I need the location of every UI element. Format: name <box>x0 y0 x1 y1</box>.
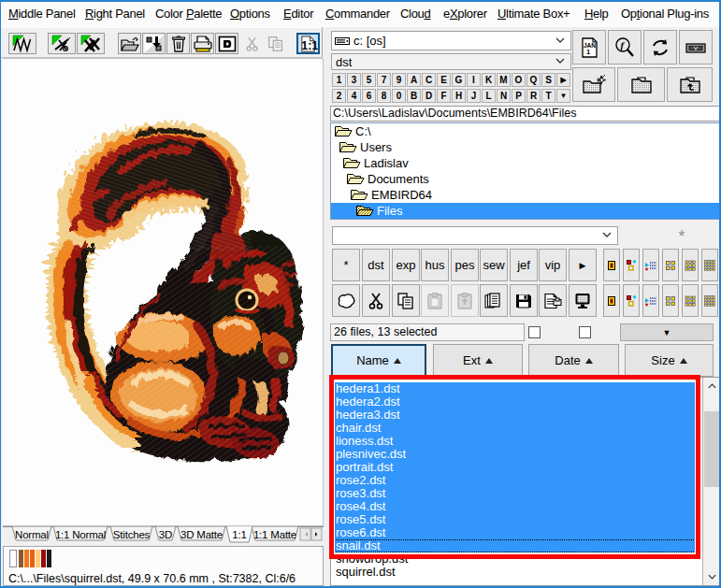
filter-all-button[interactable]: * <box>332 249 360 281</box>
cross-stitch-button[interactable] <box>77 33 105 54</box>
file-row[interactable]: rose5.dst <box>333 513 699 526</box>
key-L[interactable]: L <box>482 89 496 103</box>
key-B[interactable]: B <box>407 89 421 103</box>
key-7[interactable]: 7 <box>377 73 391 87</box>
file-row[interactable]: chair.dst <box>333 422 699 435</box>
sew-transfer-button[interactable] <box>142 33 166 54</box>
scroll-down-icon[interactable] <box>704 569 719 584</box>
needle-edit-button[interactable] <box>48 33 76 54</box>
tab-scroll-right-button[interactable] <box>311 528 322 540</box>
file-row[interactable]: hedera2.dst <box>333 395 699 409</box>
format-combobox[interactable]: dst <box>331 53 571 70</box>
tab-3d-matte[interactable]: 3D Matte <box>178 529 225 540</box>
multi-select-button[interactable] <box>480 284 508 317</box>
menu-optional-plugins[interactable]: Optional Plug-ins <box>621 7 709 23</box>
key-8[interactable]: 8 <box>377 89 391 103</box>
key-3[interactable]: 3 <box>347 73 361 87</box>
filter-exp-button[interactable]: exp <box>392 249 420 281</box>
view-mode-6b-button[interactable] <box>701 284 718 317</box>
view-mode-2b-button[interactable] <box>623 284 640 317</box>
key-S[interactable]: S <box>541 73 555 87</box>
view-mode-4-button[interactable] <box>662 249 679 281</box>
refresh-button[interactable] <box>643 30 677 65</box>
key-N[interactable]: N <box>497 89 511 103</box>
tree-item-users[interactable]: Users <box>331 139 719 155</box>
menu-commander[interactable]: Commander <box>325 7 390 23</box>
key-I[interactable]: I <box>467 73 481 87</box>
view-mode-3b-button[interactable] <box>642 284 659 317</box>
key-4[interactable]: 4 <box>347 89 361 103</box>
view-mode-1-button[interactable] <box>603 249 620 281</box>
stitches-view-button[interactable] <box>8 33 36 54</box>
view-mode-6-button[interactable] <box>701 249 718 281</box>
window-mode-button[interactable] <box>215 33 238 54</box>
background-color-swatch[interactable] <box>9 550 17 567</box>
key-H[interactable]: H <box>452 89 466 103</box>
filter-checkbox-1[interactable] <box>528 326 541 338</box>
copy-files-button[interactable] <box>392 284 420 317</box>
filter-dst-button[interactable]: dst <box>362 249 390 281</box>
drive-combobox[interactable]: c: [os] <box>331 31 571 50</box>
key-6[interactable]: 6 <box>362 89 376 103</box>
menu-ultimate-box[interactable]: Ultimate Box+ <box>497 7 570 23</box>
key-F[interactable]: F <box>437 89 451 103</box>
filter-more-button[interactable]: ▶ <box>569 249 597 281</box>
scrollbar-thumb[interactable] <box>704 411 719 487</box>
menu-cloud[interactable]: Cloud <box>400 7 430 23</box>
view-mode-4b-button[interactable] <box>662 284 679 317</box>
key-A[interactable]: A <box>407 73 421 87</box>
delete-button[interactable] <box>166 33 190 54</box>
tree-item-ladislav[interactable]: Ladislav <box>331 155 719 171</box>
file-row[interactable]: lioness.dst <box>333 435 699 448</box>
menu-color-palette[interactable]: Color Palette <box>155 7 222 23</box>
menu-editor[interactable]: Editor <box>283 7 313 23</box>
hoop-button[interactable] <box>679 30 713 65</box>
key-G[interactable]: G <box>452 73 466 87</box>
tab-1to1-normal[interactable]: 1:1 Normal <box>53 529 108 540</box>
folder-button[interactable] <box>617 67 665 102</box>
menu-right-panel[interactable]: Right Panel <box>85 7 145 23</box>
key-C[interactable]: C <box>422 73 436 87</box>
new-folder-button[interactable] <box>572 67 615 102</box>
sort-by-ext-header[interactable]: Ext <box>433 344 523 377</box>
cut-files-button[interactable] <box>362 284 390 317</box>
list-options-dropdown[interactable]: ▼ <box>620 323 714 341</box>
tree-item-files-selected[interactable]: Files <box>331 203 719 219</box>
filter-hus-button[interactable]: hus <box>421 249 449 281</box>
sort-by-date-button[interactable] <box>572 30 606 65</box>
menu-middle-panel[interactable]: Middle Panel <box>8 7 76 23</box>
tree-item-embird64[interactable]: EMBIRD64 <box>331 187 719 203</box>
find-button[interactable] <box>608 30 642 65</box>
thread-color-6[interactable] <box>47 550 51 567</box>
key-more-right-icon[interactable]: ▶ <box>556 73 570 87</box>
file-row[interactable]: hedera1.dst <box>333 382 699 395</box>
menu-explorer[interactable]: eXplorer <box>443 7 487 23</box>
key-M[interactable]: M <box>497 73 511 87</box>
key-O[interactable]: O <box>512 73 526 87</box>
file-row[interactable]: portrait.dst <box>333 461 699 474</box>
rename-button[interactable] <box>539 284 567 317</box>
view-mode-5b-button[interactable] <box>682 284 699 317</box>
file-row[interactable]: rose4.dst <box>333 500 699 513</box>
open-file-button[interactable] <box>118 33 141 54</box>
file-row[interactable]: squirrel.dst <box>333 566 699 579</box>
print-button[interactable] <box>191 33 214 54</box>
design-preview-canvas[interactable] <box>3 58 324 526</box>
key-P[interactable]: P <box>512 89 526 103</box>
tab-scroll-left-button[interactable] <box>300 528 310 540</box>
filter-jef-button[interactable]: jef <box>510 249 538 281</box>
key-K[interactable]: K <box>482 73 496 87</box>
zoom-1to1-button[interactable] <box>296 33 320 54</box>
key-J[interactable]: J <box>467 89 481 103</box>
key-D[interactable]: D <box>422 89 436 103</box>
view-mode-5-button[interactable] <box>682 249 699 281</box>
sort-by-size-header[interactable]: Size <box>625 344 714 377</box>
send-to-machine-button[interactable] <box>569 284 597 317</box>
key-T[interactable]: T <box>541 89 555 103</box>
view-mode-3-button[interactable] <box>642 249 659 281</box>
tree-item-documents[interactable]: Documents <box>331 171 719 187</box>
filter-checkbox-2[interactable] <box>579 326 591 338</box>
tab-3d[interactable]: 3D <box>155 529 176 540</box>
tab-normal[interactable]: Normal <box>12 529 51 540</box>
thread-color-5[interactable] <box>41 550 46 567</box>
